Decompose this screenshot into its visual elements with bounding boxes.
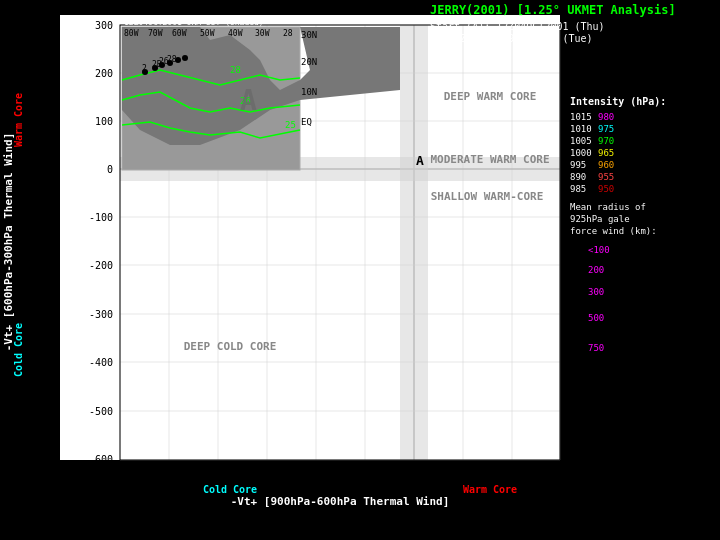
svg-text:Cold Core: Cold Core	[203, 484, 257, 495]
svg-text:100: 100	[454, 466, 472, 477]
svg-text:-500: -500	[157, 466, 181, 477]
svg-text:70W: 70W	[148, 29, 163, 38]
radius-dot-500	[570, 310, 586, 326]
svg-text:1000: 1000	[570, 148, 592, 158]
svg-text:<100: <100	[588, 245, 610, 255]
title-start: Start (A): 12Z04OCT2001 (Thu)	[430, 21, 605, 32]
svg-text:975: 975	[598, 124, 614, 134]
svg-text:60W: 60W	[172, 29, 187, 38]
radius-dot-200	[575, 267, 582, 274]
svg-text:500: 500	[588, 313, 604, 323]
svg-text:980: 980	[598, 112, 614, 122]
svg-text:300: 300	[588, 287, 604, 297]
svg-text:950: 950	[598, 184, 614, 194]
svg-text:-100: -100	[353, 466, 377, 477]
svg-text:10N: 10N	[301, 87, 317, 97]
svg-text:force wind (km):: force wind (km):	[570, 226, 657, 236]
svg-text:-Vt+ [900hPa-600hPa Thermal Wi: -Vt+ [900hPa-600hPa Thermal Wind]	[231, 495, 450, 508]
data-point-a: A	[416, 153, 424, 168]
svg-text:SHALLOW WARM-CORE: SHALLOW WARM-CORE	[431, 190, 544, 203]
svg-text:995: 995	[570, 160, 586, 170]
contour-label-28a: 28	[230, 65, 241, 75]
svg-text:960: 960	[598, 160, 614, 170]
track-dot-6	[182, 55, 188, 61]
svg-text:925hPa gale: 925hPa gale	[570, 214, 630, 224]
svg-text:28: 28	[167, 55, 177, 64]
svg-text:750: 750	[588, 343, 604, 353]
title-end: End (Z): 12Z09OCT2001 (Tue)	[430, 33, 593, 44]
svg-text:890: 890	[570, 172, 586, 182]
svg-text:DEEP COLD CORE: DEEP COLD CORE	[184, 340, 277, 353]
svg-text:-200: -200	[304, 466, 328, 477]
chart-svg: -600 -500 -400 -300 -200 -100 0 100 200 …	[0, 0, 720, 540]
svg-text:-400: -400	[89, 357, 113, 368]
svg-text:965: 965	[598, 148, 614, 158]
svg-text:100: 100	[95, 116, 113, 127]
svg-text:30N: 30N	[301, 30, 317, 40]
main-container: -600 -500 -400 -300 -200 -100 0 100 200 …	[0, 0, 720, 540]
svg-text:20N: 20N	[301, 57, 317, 67]
svg-text:30W: 30W	[255, 29, 270, 38]
title-storm: JERRY(2001) [1.25° UKMET Analysis]	[430, 3, 676, 17]
svg-text:A: A	[240, 84, 257, 117]
svg-text:985: 985	[570, 184, 586, 194]
svg-text:1010: 1010	[570, 124, 592, 134]
svg-text:-400: -400	[206, 466, 230, 477]
svg-text:-600: -600	[108, 466, 132, 477]
radius-dot-100	[576, 248, 580, 252]
svg-text:-500: -500	[89, 406, 113, 417]
svg-text:50W: 50W	[200, 29, 215, 38]
svg-text:Warm Core: Warm Core	[463, 484, 517, 495]
svg-text:DEEP WARM CORE: DEEP WARM CORE	[444, 90, 537, 103]
svg-text:1015: 1015	[570, 112, 592, 122]
contour-label-25: 25	[285, 120, 296, 130]
svg-text:-200: -200	[89, 260, 113, 271]
svg-text:28: 28	[283, 29, 293, 38]
radius-dot-300	[573, 287, 583, 297]
svg-text:EQ: EQ	[301, 117, 312, 127]
svg-text:200: 200	[503, 466, 521, 477]
svg-text:-100: -100	[89, 212, 113, 223]
svg-text:Warm Core: Warm Core	[13, 93, 24, 147]
svg-text:1005: 1005	[570, 136, 592, 146]
x0-band	[400, 25, 428, 460]
svg-text:200: 200	[95, 68, 113, 79]
svg-text:970: 970	[598, 136, 614, 146]
wind-radius-title: Mean radius of	[570, 202, 646, 212]
intensity-title: Intensity (hPa):	[570, 96, 666, 107]
svg-text:2: 2	[142, 64, 147, 73]
inset-title: 12Z04OCT2001 UKM SST (shaded)	[124, 18, 264, 27]
svg-text:300: 300	[551, 466, 569, 477]
svg-text:-300: -300	[255, 466, 279, 477]
svg-text:200: 200	[588, 265, 604, 275]
svg-text:-600: -600	[89, 454, 113, 465]
svg-text:300: 300	[95, 20, 113, 31]
svg-text:80W: 80W	[124, 29, 139, 38]
svg-text:-Vt+ [600hPa-300hPa Thermal Wi: -Vt+ [600hPa-300hPa Thermal Wind]	[2, 133, 15, 352]
radius-dot-750	[567, 337, 589, 359]
svg-text:40W: 40W	[228, 29, 243, 38]
svg-text:0: 0	[411, 466, 417, 477]
svg-text:Cold Core: Cold Core	[13, 323, 24, 377]
svg-text:-300: -300	[89, 309, 113, 320]
svg-text:MODERATE WARM CORE: MODERATE WARM CORE	[430, 153, 549, 166]
svg-text:0: 0	[107, 164, 113, 175]
svg-text:955: 955	[598, 172, 614, 182]
